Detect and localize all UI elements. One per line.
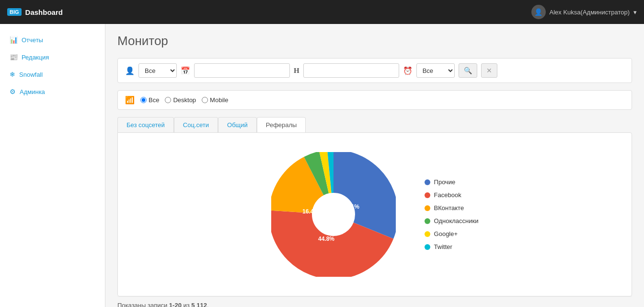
logo-icon: BIG <box>7 8 22 16</box>
device-desktop-label[interactable]: Desktop <box>165 96 196 104</box>
stats-label: Показаны записи <box>117 302 167 307</box>
person-select[interactable]: Все <box>138 63 177 78</box>
avatar: 👤 <box>531 5 546 19</box>
tab-social[interactable]: Соц.сети <box>174 117 218 132</box>
person-icon: 👤 <box>125 66 135 75</box>
legend-vkontakte: ВКонтакте <box>425 204 479 212</box>
search-button[interactable]: 🔍 <box>459 63 477 78</box>
legend-label-twitter: Twitter <box>434 243 452 250</box>
legend-odnoklassniki: Одноклассники <box>425 217 479 224</box>
editorial-icon: 📰 <box>10 53 18 61</box>
sidebar-item-snowfall[interactable]: ❄ Snowfall <box>0 66 105 83</box>
device-bar: 📶 Все Desktop Mobile <box>117 90 632 110</box>
user-name: Alex Kuksa(Администратор) <box>550 9 630 16</box>
clock-icon: ⏰ <box>403 66 413 75</box>
device-all-text: Все <box>149 96 159 104</box>
page-title: Монитор <box>117 34 632 48</box>
calendar-icon: 📅 <box>181 66 190 75</box>
legend-label-others: Прочие <box>434 178 456 186</box>
admin-icon: ⚙ <box>10 88 16 95</box>
dropdown-arrow-icon: ▾ <box>633 9 637 16</box>
tab-referrals[interactable]: Рефералы <box>257 117 306 132</box>
reports-icon: 📊 <box>10 36 18 44</box>
brand-name: Dashboard <box>25 8 63 16</box>
time-select[interactable]: Все <box>416 63 455 78</box>
legend-dot-others <box>425 179 430 185</box>
stats-total: 5 112 <box>191 302 207 307</box>
stats-bar: Показаны записи 1-20 из 5 112. <box>117 296 632 307</box>
sidebar-label-admin: Админка <box>20 88 45 95</box>
main-content: Монитор 👤 Все 📅 H ⏰ Все 🔍 ✕ 📶 Вс <box>105 24 644 307</box>
h-icon: H <box>294 67 299 75</box>
pie-chart: 31.1% 44.8% 16.4% <box>271 152 396 277</box>
legend-dot-googleplus <box>425 231 430 237</box>
legend-googleplus: Google+ <box>425 230 479 237</box>
legend-label-facebook: Facebook <box>434 191 461 199</box>
legend-others: Прочие <box>425 178 479 186</box>
clear-button[interactable]: ✕ <box>481 63 497 78</box>
legend-dot-twitter <box>425 244 430 250</box>
device-mobile-label[interactable]: Mobile <box>202 96 228 104</box>
device-mobile-radio[interactable] <box>202 97 208 103</box>
stats-range: 1-20 <box>169 302 184 307</box>
app-header: BIG Dashboard 👤 Alex Kuksa(Администратор… <box>0 0 644 24</box>
sidebar-item-admin[interactable]: ⚙ Админка <box>0 83 105 100</box>
legend-dot-odnoklassniki <box>425 218 430 224</box>
device-mobile-text: Mobile <box>210 96 228 104</box>
device-desktop-radio[interactable] <box>165 97 171 103</box>
legend-dot-vkontakte <box>425 205 430 211</box>
sidebar-label-snowfall: Snowfall <box>19 71 43 78</box>
legend-dot-facebook <box>425 192 430 198</box>
legend-label-googleplus: Google+ <box>434 230 458 237</box>
sidebar-label-editorial: Редакция <box>22 54 49 61</box>
legend-label-vkontakte: ВКонтакте <box>434 204 464 212</box>
device-radio-group: Все Desktop Mobile <box>140 96 228 104</box>
label-others: 31.1% <box>343 203 359 210</box>
filter-bar: 👤 Все 📅 H ⏰ Все 🔍 ✕ <box>117 58 632 83</box>
brand-logo: BIG Dashboard <box>7 8 63 16</box>
legend-label-odnoklassniki: Одноклассники <box>434 217 479 224</box>
device-desktop-text: Desktop <box>173 96 196 104</box>
chart-container: 31.1% 44.8% 16.4% Прочие Fac <box>127 142 622 286</box>
main-layout: 📊 Отчеты 📰 Редакция ❄ Snowfall ⚙ Админка… <box>0 24 644 307</box>
user-menu[interactable]: 👤 Alex Kuksa(Администратор) ▾ <box>531 5 637 19</box>
device-all-label[interactable]: Все <box>140 96 159 104</box>
legend-twitter: Twitter <box>425 243 479 250</box>
bar-chart-icon: 📶 <box>125 95 135 105</box>
sidebar-item-reports[interactable]: 📊 Отчеты <box>0 31 105 48</box>
snowfall-icon: ❄ <box>10 71 15 78</box>
sidebar-label-reports: Отчеты <box>22 36 43 44</box>
label-vkontakte: 16.4% <box>302 208 319 215</box>
chart-legend: Прочие Facebook ВКонтакте Одноклассники <box>425 178 479 250</box>
legend-facebook: Facebook <box>425 191 479 199</box>
content-panel: 31.1% 44.8% 16.4% Прочие Fac <box>117 132 632 296</box>
tab-bar: Без соцсетей Соц.сети Общий Рефералы <box>117 117 632 132</box>
label-facebook: 44.8% <box>318 236 334 242</box>
sidebar: 📊 Отчеты 📰 Редакция ❄ Snowfall ⚙ Админка <box>0 24 105 307</box>
date-range-input[interactable] <box>194 63 290 78</box>
stats-preposition: из <box>183 302 189 307</box>
sidebar-item-editorial[interactable]: 📰 Редакция <box>0 48 105 66</box>
tab-total[interactable]: Общий <box>218 117 257 132</box>
device-all-radio[interactable] <box>140 97 147 103</box>
h-input[interactable] <box>303 63 399 78</box>
pie-chart-wrapper: 31.1% 44.8% 16.4% <box>271 152 396 277</box>
tab-no-social[interactable]: Без соцсетей <box>117 117 174 132</box>
